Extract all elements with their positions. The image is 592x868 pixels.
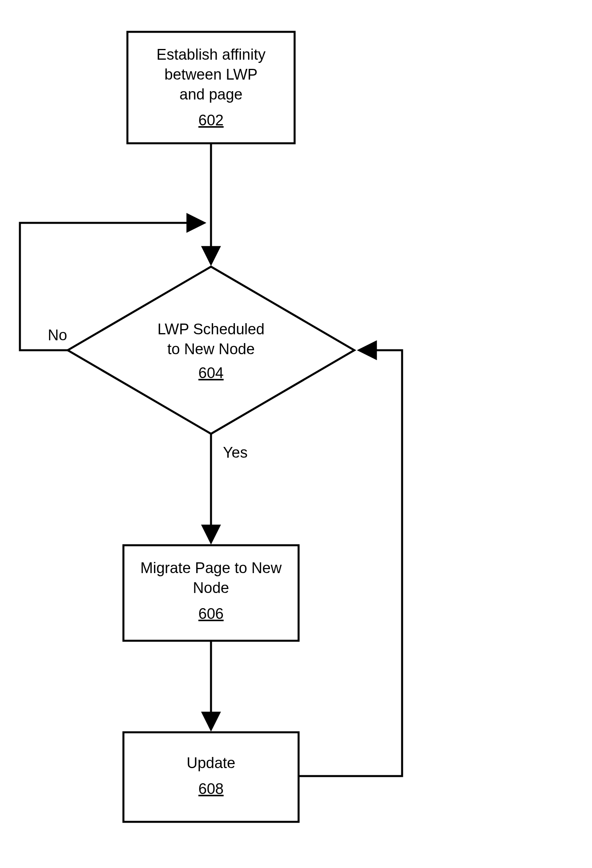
node-602-line2: between LWP <box>164 66 258 83</box>
node-608: Update 608 <box>123 732 299 822</box>
node-602: Establish affinity between LWP and page … <box>127 32 295 143</box>
node-604-line2: to New Node <box>167 341 255 357</box>
node-606-line1: Migrate Page to New <box>141 560 282 576</box>
edge-yes-label: Yes <box>223 444 248 461</box>
edge-no-label: No <box>48 327 67 343</box>
node-602-line1: Establish affinity <box>156 46 266 63</box>
node-608-ref: 608 <box>198 780 223 797</box>
edge-604-606: Yes <box>211 434 248 541</box>
node-602-line3: and page <box>180 86 243 103</box>
node-604-ref: 604 <box>198 365 223 381</box>
node-604-line1: LWP Scheduled <box>158 321 265 337</box>
node-608-line1: Update <box>187 755 236 771</box>
node-606: Migrate Page to New Node 606 <box>123 545 299 641</box>
node-604: LWP Scheduled to New Node 604 <box>68 267 354 434</box>
node-606-line2: Node <box>193 579 229 596</box>
node-606-ref: 606 <box>198 605 223 622</box>
svg-rect-4 <box>123 732 299 822</box>
node-602-ref: 602 <box>198 112 223 129</box>
edge-608-604 <box>299 350 402 776</box>
